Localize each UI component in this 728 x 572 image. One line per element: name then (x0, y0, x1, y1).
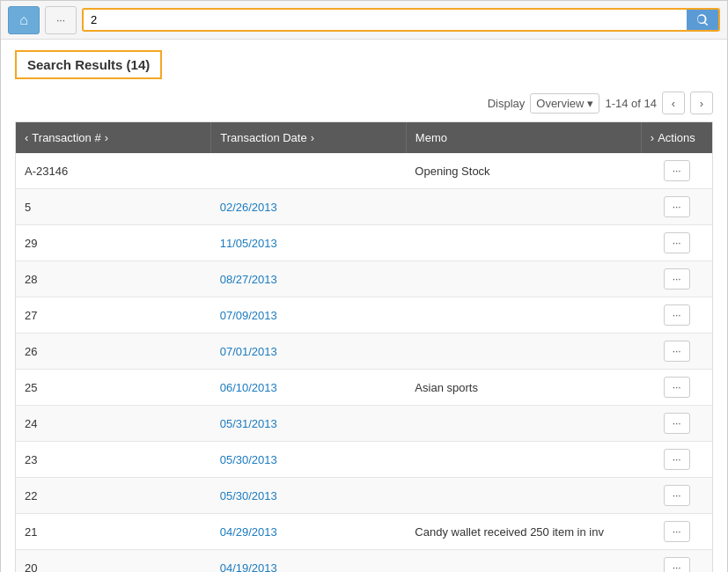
display-bar: Display Overview ▾ 1-14 of 14 ‹ › (15, 92, 713, 114)
table-row: 2104/29/2013Candy wallet received 250 it… (16, 514, 712, 550)
cell-memo (406, 225, 641, 261)
search-icon (695, 13, 710, 27)
sort-arrow-date: › (311, 131, 314, 144)
results-label: Search Results (14) (27, 57, 150, 72)
table-row: 2506/10/2013Asian sports··· (16, 370, 712, 406)
next-page-button[interactable]: › (690, 92, 713, 114)
col-transaction-label: Transaction # (32, 131, 100, 144)
cell-actions: ··· (641, 225, 712, 261)
cell-memo (406, 442, 641, 478)
action-menu-button[interactable]: ··· (664, 160, 690, 181)
cell-transaction: 25 (16, 370, 211, 406)
action-menu-button[interactable]: ··· (664, 413, 690, 434)
display-label: Display (488, 97, 526, 110)
cell-transaction: 28 (16, 261, 211, 297)
action-menu-button[interactable]: ··· (664, 377, 690, 398)
table-row: 2305/30/2013··· (16, 442, 712, 478)
results-table: ‹ Transaction # › Transaction Date › (16, 122, 712, 572)
chevron-down-icon: ▾ (587, 97, 593, 110)
search-box (82, 8, 720, 32)
cell-transaction: 22 (16, 478, 211, 514)
table-row: 2911/05/2013··· (16, 225, 712, 261)
action-menu-button[interactable]: ··· (664, 196, 690, 217)
cell-date: 07/01/2013 (211, 334, 407, 370)
cell-memo (406, 261, 641, 297)
cell-actions: ··· (641, 261, 712, 297)
col-header-actions[interactable]: › Actions (641, 122, 712, 153)
table-row: A-23146Opening Stock··· (16, 153, 712, 189)
cell-date: 02/26/2013 (211, 189, 407, 225)
cell-memo (406, 550, 641, 573)
col-actions-label: Actions (658, 131, 695, 144)
col-memo-label: Memo (415, 131, 447, 144)
app-container: ⌂ ··· Search Results (14) Display Overvi… (0, 0, 728, 572)
cell-memo: Opening Stock (406, 153, 641, 189)
cell-transaction: 27 (16, 297, 211, 334)
sort-right-arrow: › (105, 131, 108, 144)
cell-actions: ··· (641, 406, 712, 442)
cell-transaction: 23 (16, 442, 211, 478)
table-row: 2607/01/2013··· (16, 334, 712, 370)
display-select[interactable]: Overview ▾ (530, 93, 599, 114)
table-row: 2405/31/2013··· (16, 406, 712, 442)
table-row: 502/26/2013··· (16, 189, 712, 225)
action-menu-button[interactable]: ··· (664, 485, 690, 506)
cell-actions: ··· (641, 550, 712, 573)
cell-date: 08/27/2013 (211, 261, 407, 297)
display-option: Overview (536, 97, 584, 110)
home-icon: ⌂ (19, 12, 28, 28)
cell-transaction: A-23146 (16, 153, 211, 189)
prev-page-button[interactable]: ‹ (662, 92, 685, 114)
table-row: 2205/30/2013··· (16, 478, 712, 514)
action-menu-button[interactable]: ··· (664, 557, 690, 572)
cell-memo: Candy wallet received 250 item in inv (406, 514, 641, 550)
sort-arrow-actions: › (651, 131, 654, 144)
col-header-date[interactable]: Transaction Date › (211, 122, 407, 153)
cell-actions: ··· (641, 370, 712, 406)
cell-transaction: 21 (16, 514, 211, 550)
cell-memo (406, 334, 641, 370)
cell-actions: ··· (641, 334, 712, 370)
home-button[interactable]: ⌂ (8, 6, 40, 34)
cell-memo (406, 406, 641, 442)
top-bar: ⌂ ··· (1, 1, 727, 40)
cell-transaction: 5 (16, 189, 211, 225)
cell-memo (406, 297, 641, 334)
col-date-label: Transaction Date (220, 131, 307, 144)
cell-memo (406, 189, 641, 225)
more-button[interactable]: ··· (45, 6, 77, 34)
action-menu-button[interactable]: ··· (664, 449, 690, 470)
cell-actions: ··· (641, 478, 712, 514)
cell-transaction: 20 (16, 550, 211, 573)
cell-date: 05/31/2013 (211, 406, 407, 442)
page-content: Search Results (14) Display Overview ▾ 1… (1, 40, 727, 572)
cell-transaction: 29 (16, 225, 211, 261)
sort-left-arrow: ‹ (25, 131, 28, 144)
action-menu-button[interactable]: ··· (664, 232, 690, 253)
search-input[interactable] (84, 10, 687, 30)
cell-date: 11/05/2013 (211, 225, 407, 261)
cell-date: 07/09/2013 (211, 297, 407, 334)
action-menu-button[interactable]: ··· (664, 304, 690, 326)
search-button[interactable] (687, 10, 718, 30)
table-body: A-23146Opening Stock···502/26/2013···291… (16, 153, 712, 572)
cell-actions: ··· (641, 297, 712, 334)
cell-actions: ··· (641, 153, 712, 189)
cell-memo (406, 478, 641, 514)
table-wrapper: ‹ Transaction # › Transaction Date › (15, 121, 713, 572)
cell-memo: Asian sports (406, 370, 641, 406)
table-row: 2808/27/2013··· (16, 261, 712, 297)
cell-date: 06/10/2013 (211, 370, 407, 406)
more-icon: ··· (56, 14, 65, 26)
table-header-row: ‹ Transaction # › Transaction Date › (16, 122, 712, 153)
cell-actions: ··· (641, 514, 712, 550)
search-results-header: Search Results (14) (15, 50, 162, 79)
col-header-transaction[interactable]: ‹ Transaction # › (16, 122, 211, 153)
col-header-memo[interactable]: Memo (406, 122, 641, 153)
table-row: 2004/19/2013··· (16, 550, 712, 573)
action-menu-button[interactable]: ··· (664, 268, 690, 290)
action-menu-button[interactable]: ··· (664, 521, 690, 542)
action-menu-button[interactable]: ··· (664, 341, 690, 362)
page-info: 1-14 of 14 (605, 97, 657, 110)
cell-actions: ··· (641, 442, 712, 478)
